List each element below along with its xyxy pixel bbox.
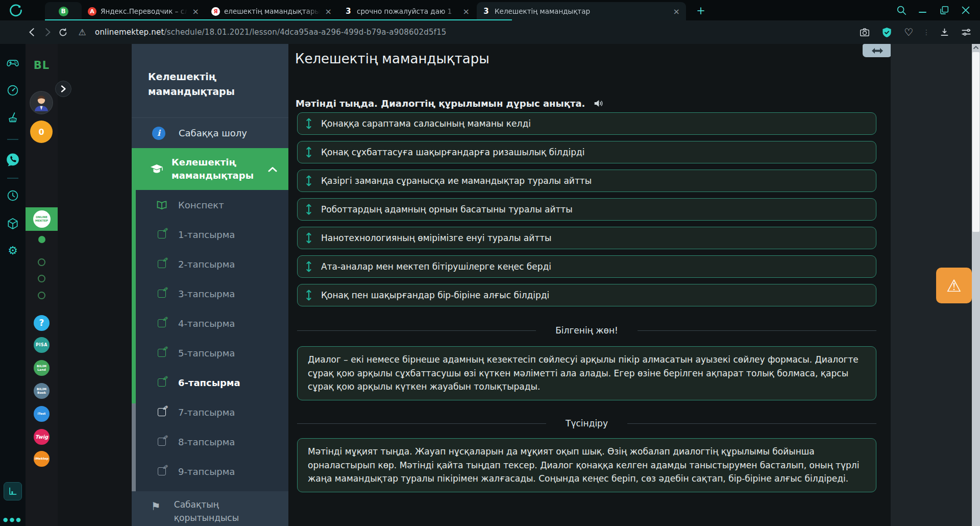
sidebar-item-overview[interactable]: i Сабаққа шолу	[132, 117, 288, 148]
edit-task-icon	[156, 319, 167, 327]
bilimland-app-icon[interactable]: BILIM Land	[34, 360, 50, 376]
drag-updown-icon	[305, 289, 312, 301]
more-options-dots-icon[interactable]: ●●●	[0, 516, 26, 523]
report-warning-button[interactable]: ⚠	[936, 268, 972, 303]
browser-window: B A Яндекс.Переводчик – сло × Я елешекті…	[0, 0, 980, 526]
sidebar-item-task-8[interactable]: 8-тапсырма	[136, 427, 288, 457]
rail-divider	[7, 139, 18, 140]
user-avatar[interactable]	[30, 91, 53, 114]
new-tab-button[interactable]: +	[693, 4, 708, 17]
forward-icon[interactable]	[40, 25, 55, 40]
step-dot-outline[interactable]	[38, 292, 45, 299]
url-path: /schedule/18.01.2021/lesson/4dca95aa-a29…	[164, 28, 447, 37]
cleaner-broom-icon[interactable]	[4, 109, 21, 127]
twig-app-icon[interactable]: Twig	[34, 429, 50, 445]
sidebar-item-task-6-current[interactable]: 6-тапсырма	[136, 368, 288, 397]
bilimbook-app-icon[interactable]: BILIM Book	[34, 383, 50, 399]
draggable-option-7[interactable]: Қонақ пен шақырғандар бір-біріне алғыс б…	[297, 284, 876, 306]
site-warning-icon[interactable]: ⚠	[75, 25, 90, 40]
tab-close-icon[interactable]: ×	[672, 7, 681, 16]
sidebar-expand-button[interactable]	[55, 81, 71, 97]
scroll-up-caret-icon[interactable]	[973, 45, 979, 50]
audio-speaker-icon[interactable]	[593, 99, 604, 108]
whatsapp-icon[interactable]	[4, 151, 21, 169]
tab-close-icon[interactable]: ×	[462, 7, 471, 16]
know-box: Диалог – екі немесе бірнеше адамның кезе…	[297, 346, 876, 400]
sidebar-item-task-4[interactable]: 4-тапсырма	[136, 308, 288, 338]
protect-shield-icon[interactable]	[879, 25, 894, 40]
sidebar-section-active[interactable]: Келешектің мамандықтары	[132, 148, 288, 190]
book-icon	[156, 201, 167, 209]
sidebar-item-task-2[interactable]: 2-тапсырма	[136, 249, 288, 279]
know-title: Білгенің жөн!	[555, 325, 618, 336]
browser-side-rail: ⚙ ●●●	[0, 44, 26, 526]
bookmark-heart-icon[interactable]: ♡	[901, 25, 916, 40]
back-icon[interactable]	[24, 25, 40, 40]
tab-close-icon[interactable]: ×	[324, 7, 333, 16]
explanation-divider: Түсіндіру	[297, 417, 876, 430]
step-dot-outline[interactable]	[38, 258, 45, 266]
drag-updown-icon	[305, 175, 312, 187]
rail-divider	[7, 178, 18, 179]
url-bar[interactable]: onlinemektep.net/schedule/18.01.2021/les…	[95, 28, 447, 37]
imektep-app-icon[interactable]: iMektep	[34, 451, 50, 467]
draggable-option-6[interactable]: Ата-аналар мен мектеп бітірушілерге кеңе…	[297, 255, 876, 278]
tab-yandex-search[interactable]: Я елешектің мамандықтары ×	[206, 2, 338, 20]
search-icon[interactable]	[894, 3, 909, 17]
tab-onlinemektep-active[interactable]: 3 Келешектің мамандықтар ×	[477, 2, 686, 20]
drag-updown-icon	[305, 232, 312, 244]
onlinemektep-logo: ONLINE MEKTEP	[33, 210, 51, 228]
close-window-icon[interactable]	[959, 3, 973, 17]
dashboard-speedometer-icon[interactable]	[4, 82, 21, 99]
drag-updown-icon	[305, 203, 312, 216]
explanation-title: Түсіндіру	[566, 418, 608, 428]
minimize-icon[interactable]	[916, 3, 930, 17]
progress-strip-gray	[132, 403, 136, 491]
downloads-icon[interactable]	[937, 25, 952, 40]
extensions-cube-icon[interactable]	[4, 215, 21, 232]
notification-badge[interactable]: 0	[30, 121, 53, 143]
pisa-app-icon[interactable]: PISA	[34, 337, 50, 353]
settings-gear-icon[interactable]: ⚙	[4, 242, 21, 259]
screenshot-camera-icon[interactable]	[857, 25, 872, 40]
itest-app-icon[interactable]: iTest	[34, 406, 50, 422]
scrollbar-thumb[interactable]	[972, 52, 979, 232]
drag-updown-icon	[305, 117, 312, 130]
draggable-option-4[interactable]: Роботтардың адамның орнын басатыны турал…	[297, 198, 876, 221]
sidebar-item-lesson-summary[interactable]: ⚑ Сабақтың қорытындысы	[132, 491, 288, 526]
browser-logo-icon[interactable]	[8, 3, 23, 18]
page-title: Келешектің мамандықтары	[295, 51, 489, 66]
edit-task-icon	[156, 438, 167, 446]
reload-icon[interactable]	[55, 25, 70, 40]
draggable-option-1[interactable]: Қонаққа сараптама саласының маманы келді	[297, 112, 876, 135]
sidebar-item-task-5[interactable]: 5-тапсырма	[136, 338, 288, 368]
maximize-icon[interactable]	[937, 3, 951, 17]
stats-panel-icon[interactable]	[4, 482, 22, 500]
sidebar-item-konspekt[interactable]: Конспект	[136, 190, 288, 220]
onlinemektep-active-app[interactable]: ONLINE MEKTEP	[26, 207, 58, 231]
sidebar-item-task-9[interactable]: 9-тапсырма	[136, 457, 288, 486]
tab-pinned-bilimland[interactable]: B	[45, 2, 82, 20]
tab-close-icon[interactable]: ×	[191, 7, 200, 16]
fullscreen-toggle-button[interactable]	[863, 44, 892, 57]
tab-title: Яндекс.Переводчик – сло	[101, 7, 187, 15]
tab-znanija[interactable]: 3 срочно пожалуйста даю 1 ×	[339, 2, 476, 20]
help-app-icon[interactable]: ?	[34, 315, 50, 331]
draggable-option-2[interactable]: Қонақ сұхбаттасуға шақырғандарға ризашыл…	[297, 141, 876, 163]
draggable-option-5[interactable]: Нанотехнологияның өмірімізге енуі туралы…	[297, 227, 876, 249]
games-gamepad-icon[interactable]	[4, 54, 21, 71]
tune-settings-icon[interactable]	[959, 25, 974, 40]
sidebar-item-task-1[interactable]: 1-тапсырма	[136, 220, 288, 249]
toolbar-separator-dots: ⋮	[923, 28, 930, 36]
drag-updown-icon	[305, 146, 312, 158]
course-title: Келешектің мамандықтары	[148, 69, 276, 100]
info-icon: i	[152, 127, 165, 140]
draggable-option-3[interactable]: Қазіргі заманда сұранысқа ие мамандықтар…	[297, 170, 876, 192]
sidebar-item-task-7[interactable]: 7-тапсырма	[136, 397, 288, 427]
course-header: Келешектің мамандықтары	[132, 44, 288, 117]
sidebar-item-task-3[interactable]: 3-тапсырма	[136, 279, 288, 308]
tab-title: елешектің мамандықтары	[224, 7, 320, 15]
step-dot-outline[interactable]	[38, 275, 45, 282]
history-clock-icon[interactable]	[4, 187, 21, 204]
tab-yandex-translate[interactable]: A Яндекс.Переводчик – сло ×	[83, 2, 205, 20]
